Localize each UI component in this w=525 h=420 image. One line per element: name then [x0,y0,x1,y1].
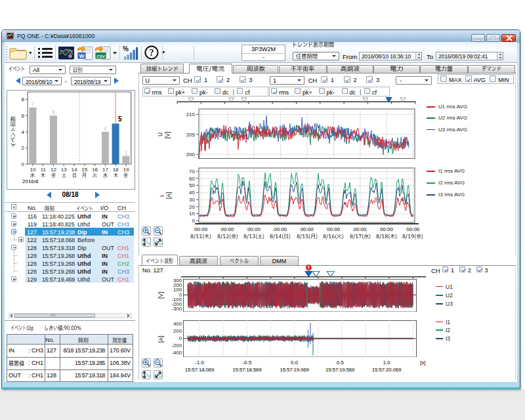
svg-text:-300: -300 [171,306,182,312]
svg-text:-400: -400 [171,350,182,356]
svg-text:0: 0 [22,161,25,167]
svg-text:6: 6 [22,113,25,119]
svg-text:-200: -200 [171,343,182,348]
svg-text:?: ? [150,48,154,58]
svg-text:10: 10 [189,211,195,217]
svg-text:4: 4 [22,129,25,135]
svg-text:2: 2 [22,145,25,151]
svg-text:0: 0 [179,335,182,341]
svg-text:4: 4 [104,125,107,132]
svg-text:1: 1 [125,150,128,156]
svg-text:W: W [79,53,85,59]
svg-text:8: 8 [22,96,25,102]
svg-text:%: % [123,45,129,52]
svg-text:200: 200 [173,328,182,334]
svg-text:CSV: CSV [96,54,104,58]
svg-text:5: 5 [118,116,122,123]
svg-text:7: 7 [32,101,35,108]
svg-text:400: 400 [173,321,182,327]
svg-text:6: 6 [52,109,55,116]
svg-text:50: 50 [189,182,195,188]
svg-text:210: 210 [186,112,196,117]
svg-text:20: 20 [189,204,195,210]
svg-text:60: 60 [189,176,195,182]
svg-text:70: 70 [189,169,195,175]
svg-text:205: 205 [186,132,196,138]
svg-text:200: 200 [186,152,196,158]
svg-text:40: 40 [189,190,195,196]
svg-text:30: 30 [189,197,195,203]
